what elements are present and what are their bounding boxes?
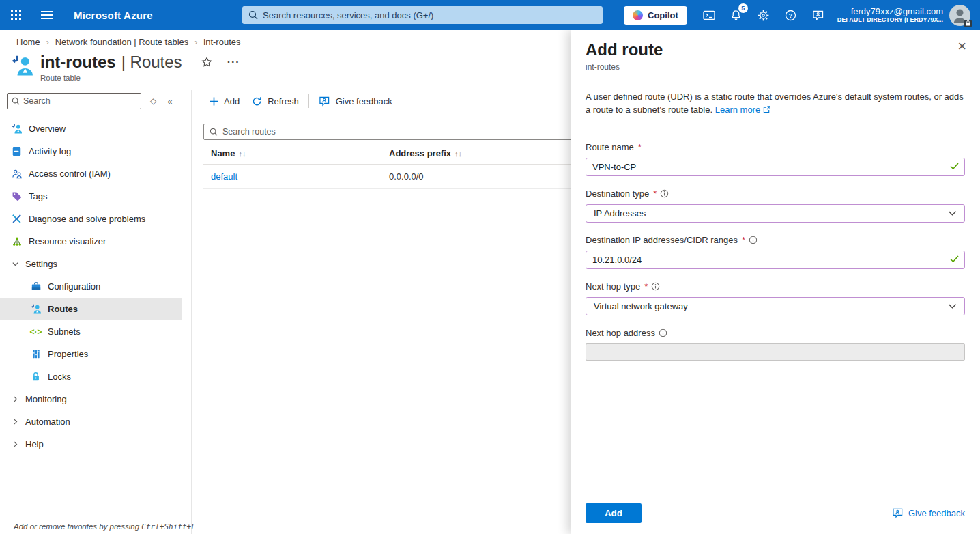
feedback-icon (812, 10, 824, 21)
sidebar-item-label: Resource visualizer (29, 236, 106, 247)
copilot-label: Copilot (648, 10, 678, 20)
learn-more-link[interactable]: Learn more (715, 104, 770, 115)
chevron-down-icon (948, 210, 957, 216)
required-asterisk: * (644, 281, 648, 292)
route-name-field: Route name* (586, 141, 965, 176)
help-button[interactable]: ? (777, 0, 805, 30)
sort-icon[interactable]: ↑↓ (455, 150, 462, 158)
cloud-shell-button[interactable] (695, 0, 723, 30)
next-hop-address-field: Next hop address (586, 326, 965, 362)
sidebar-item-label: Locks (48, 371, 71, 382)
give-feedback-command[interactable]: Give feedback (313, 92, 399, 111)
sidebar-item-locks[interactable]: Locks (0, 365, 182, 388)
sidebar-item-overview[interactable]: Overview (0, 117, 182, 140)
copilot-button[interactable]: Copilot (624, 6, 687, 25)
account-menu[interactable]: ferdy79xxz@gmail.com DEFAULT DIRECTORY (… (837, 6, 943, 24)
sidebar-item-activity-log[interactable]: Activity log (0, 140, 182, 163)
destination-type-select[interactable]: IP Addresses (586, 204, 965, 223)
sidebar-group-automation[interactable]: Automation (0, 410, 182, 433)
page-title-resource: int-routes (40, 53, 116, 72)
info-icon[interactable] (749, 236, 758, 244)
refresh-command[interactable]: Refresh (246, 92, 305, 111)
route-name-input[interactable] (586, 158, 965, 176)
breadcrumb-int-routes[interactable]: int-routes (203, 37, 240, 47)
favorite-button[interactable] (201, 57, 212, 68)
feedback-button[interactable] (805, 0, 832, 30)
column-header-address-prefix[interactable]: Address prefix (389, 148, 451, 158)
chevron-down-icon (11, 260, 19, 268)
add-command-label: Add (224, 96, 240, 107)
route-name-link[interactable]: default (211, 171, 237, 182)
properties-sliders-icon (30, 348, 42, 360)
breadcrumb-home[interactable]: Home (16, 37, 40, 47)
global-search-input[interactable] (263, 10, 596, 20)
add-route-panel: × Add route int-routes A user defined ro… (571, 30, 980, 534)
sidebar-search-box[interactable] (7, 93, 141, 109)
collapse-sidebar-icon[interactable]: « (167, 96, 172, 107)
expand-collapse-all-icon[interactable]: ◇ (150, 96, 156, 106)
panel-give-feedback-link[interactable]: Give feedback (892, 507, 965, 518)
user-directory: DEFAULT DIRECTORY (FERDY79X... (837, 16, 943, 24)
sidebar-group-label: Help (25, 439, 44, 449)
destination-ip-input[interactable] (586, 251, 965, 269)
info-icon[interactable] (660, 189, 669, 198)
hamburger-menu-button[interactable] (31, 0, 63, 30)
sidebar-item-tags[interactable]: Tags (0, 185, 182, 208)
panel-description: A user defined route (UDR) is a static r… (586, 90, 965, 116)
feedback-command-label: Give feedback (336, 96, 392, 107)
sidebar-item-subnets[interactable]: <·> Subnets (0, 320, 182, 343)
sidebar-item-diagnose[interactable]: Diagnose and solve problems (0, 208, 182, 230)
sidebar-search-input[interactable] (23, 96, 136, 106)
sidebar-group-label: Monitoring (25, 394, 67, 404)
close-icon[interactable]: × (957, 40, 966, 53)
add-button[interactable]: Add (586, 503, 642, 523)
required-asterisk: * (742, 235, 745, 245)
search-icon (12, 97, 20, 105)
next-hop-type-label: Next hop type* (586, 280, 965, 292)
sidebar-group-label: Settings (25, 259, 57, 269)
valid-check-icon (950, 255, 959, 263)
next-hop-address-input-disabled (586, 343, 965, 361)
sidebar-item-resource-visualizer[interactable]: Resource visualizer (0, 230, 182, 253)
app-launcher-button[interactable] (0, 0, 31, 30)
sidebar-item-configuration[interactable]: Configuration (0, 275, 182, 298)
global-search-bar[interactable] (242, 6, 603, 24)
sidebar-item-properties[interactable]: Properties (0, 343, 182, 365)
sidebar-item-routes[interactable]: Routes (0, 298, 182, 320)
avatar[interactable] (949, 5, 970, 26)
route-table-icon (11, 123, 23, 135)
destination-ip-label: Destination IP addresses/CIDR ranges* (586, 234, 965, 246)
more-actions-button[interactable]: ··· (227, 53, 240, 72)
sidebar-item-access-control[interactable]: Access control (IAM) (0, 163, 182, 185)
apps-grid-icon (11, 10, 21, 20)
sort-icon[interactable]: ↑↓ (238, 150, 246, 158)
chevron-down-icon (948, 303, 957, 309)
search-icon (210, 128, 218, 136)
resource-type-label: Route table (40, 74, 240, 82)
sidebar-group-monitoring[interactable]: Monitoring (0, 388, 182, 410)
route-name-label: Route name* (586, 141, 965, 153)
panel-footer: Add Give feedback (571, 492, 980, 534)
sidebar-group-settings[interactable]: Settings (0, 253, 182, 275)
column-header-name[interactable]: Name (211, 148, 235, 158)
breadcrumb-route-tables[interactable]: Network foundation | Route tables (55, 37, 189, 47)
notification-badge: 5 (738, 3, 748, 13)
topbar-right-group: Copilot 5 (624, 0, 980, 30)
route-address-prefix: 0.0.0.0/0 (389, 171, 424, 182)
settings-button[interactable] (750, 0, 777, 30)
destination-type-field: Destination type* IP Addresses (586, 187, 965, 223)
notifications-button[interactable]: 5 (723, 0, 750, 30)
hamburger-icon (41, 10, 53, 20)
favorites-hint: Add or remove favorites by pressing Ctrl… (14, 522, 196, 531)
breadcrumb-chevron-icon: › (40, 38, 55, 47)
sidebar-group-help[interactable]: Help (0, 433, 182, 455)
workspace: Home › Network foundation | Route tables… (0, 30, 980, 534)
info-icon[interactable] (651, 282, 660, 291)
next-hop-type-select[interactable]: Virtual network gateway (586, 297, 965, 315)
info-icon[interactable] (659, 328, 667, 337)
chevron-right-icon (11, 395, 19, 403)
favorites-hint-shortcut: Ctrl+Shift+F (141, 522, 195, 531)
sidebar: ◇ « Overview Activity log Access con (0, 90, 192, 534)
add-route-command[interactable]: Add (203, 92, 246, 111)
azure-brand[interactable]: Microsoft Azure (74, 10, 153, 21)
